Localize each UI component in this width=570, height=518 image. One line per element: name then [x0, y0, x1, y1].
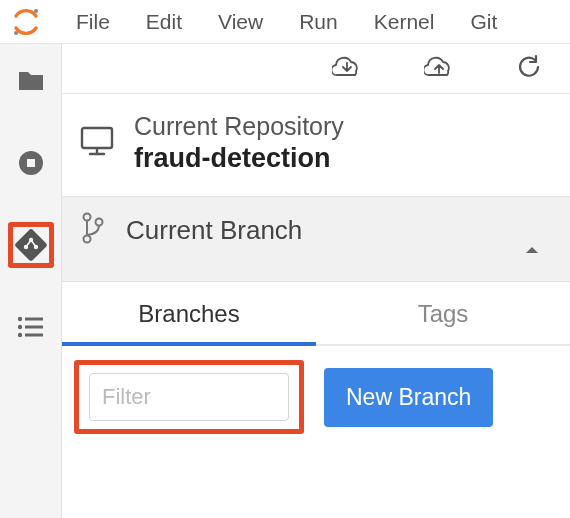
menu-items: File Edit View Run Kernel Git — [58, 4, 515, 40]
svg-point-10 — [17, 317, 21, 321]
branch-filter-row: New Branch — [62, 346, 570, 448]
svg-point-0 — [34, 9, 38, 13]
menu-edit[interactable]: Edit — [128, 4, 200, 40]
svg-rect-4 — [15, 229, 47, 261]
menu-run[interactable]: Run — [281, 4, 356, 40]
menu-file[interactable]: File — [58, 4, 128, 40]
svg-rect-16 — [82, 128, 112, 148]
tab-branches[interactable]: Branches — [62, 282, 316, 344]
svg-rect-15 — [25, 334, 43, 337]
refresh-icon[interactable] — [516, 54, 542, 84]
svg-point-20 — [84, 236, 91, 243]
tab-tags[interactable]: Tags — [316, 282, 570, 344]
svg-point-14 — [17, 333, 21, 337]
current-repo-row[interactable]: Current Repository fraud-detection — [62, 94, 570, 197]
filter-highlight-box — [74, 360, 304, 434]
cloud-push-icon[interactable] — [424, 55, 454, 83]
svg-point-19 — [84, 214, 91, 221]
new-branch-button[interactable]: New Branch — [324, 368, 493, 427]
jupyter-logo-icon — [8, 4, 44, 40]
cloud-pull-icon[interactable] — [332, 55, 362, 83]
branch-filter-input[interactable] — [89, 373, 289, 421]
svg-point-21 — [96, 219, 103, 226]
svg-point-12 — [17, 325, 21, 329]
current-branch-row[interactable]: Current Branch — [62, 197, 570, 282]
menu-kernel[interactable]: Kernel — [356, 4, 453, 40]
running-sessions-icon[interactable] — [8, 140, 54, 186]
left-sidebar — [0, 44, 62, 518]
svg-point-1 — [14, 31, 18, 35]
svg-rect-13 — [25, 326, 43, 329]
svg-rect-3 — [27, 159, 35, 167]
collapse-caret-icon — [524, 241, 540, 259]
svg-rect-11 — [25, 318, 43, 321]
file-browser-icon[interactable] — [8, 58, 54, 104]
menu-git[interactable]: Git — [452, 4, 515, 40]
branch-icon — [80, 211, 106, 249]
toc-icon[interactable] — [8, 304, 54, 350]
top-menu-bar: File Edit View Run Kernel Git — [0, 0, 570, 44]
repo-label: Current Repository — [134, 112, 344, 141]
git-toolbar — [62, 44, 570, 94]
branch-tabs: Branches Tags — [62, 282, 570, 346]
desktop-icon — [80, 126, 114, 160]
branch-label: Current Branch — [126, 215, 302, 246]
git-panel: Current Repository fraud-detection Curre… — [62, 44, 570, 518]
repo-name: fraud-detection — [134, 143, 344, 174]
git-panel-icon[interactable] — [8, 222, 54, 268]
menu-view[interactable]: View — [200, 4, 281, 40]
